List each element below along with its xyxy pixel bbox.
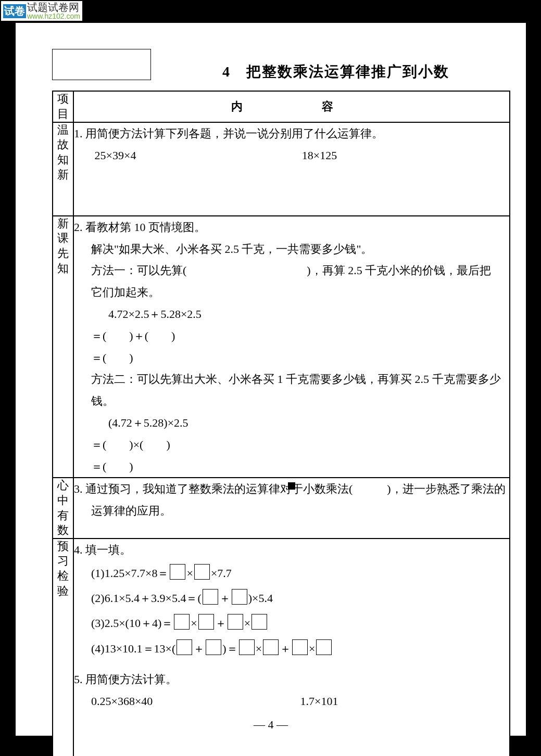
worksheet-table: 项目 内 容 温故知新 1. 用简便方法计算下列各题，并说一说分别用了什么运算律…: [52, 91, 510, 756]
cell-xkxz: 2. 看教材第 10 页情境图。 解决"如果大米、小米各买 2.5 千克，一共需…: [73, 216, 510, 478]
e3-b: ×: [191, 617, 197, 630]
blank-box[interactable]: [198, 614, 214, 630]
calc-p1: 0.25×368×40: [91, 690, 300, 712]
watermark-badge: 试卷 试题试卷网 www.hz102.com: [1, 1, 82, 21]
e4-f: ×: [309, 642, 315, 655]
blank-stamp-box: [52, 49, 151, 80]
redaction-mark-icon: [288, 482, 295, 490]
e1-c: ×7.7: [211, 567, 232, 580]
e3-a: (3)2.5×(10＋4)＝: [91, 617, 173, 630]
blank-box[interactable]: [177, 639, 192, 655]
blank-box[interactable]: [206, 639, 221, 655]
blank-box[interactable]: [239, 639, 255, 655]
blank-box[interactable]: [251, 614, 267, 630]
page-title: 4 把整数乘法运算律推广到小数: [167, 62, 505, 82]
header-col2: 内 容: [231, 100, 352, 113]
e4-c: )＝: [222, 642, 237, 655]
e3-c: ＋: [215, 617, 227, 630]
yxjy-l5: 5. 用简便方法计算。: [74, 669, 509, 690]
blank-box[interactable]: [292, 639, 308, 655]
calc-p4: 19.7×5.3＋4.7×19.7: [300, 749, 510, 756]
e1-a: (1)1.25×7.7×8＝: [91, 567, 169, 580]
xkxz-l2: 解决"如果大米、小米各买 2.5 千克，一共需要多少钱"。: [74, 238, 509, 260]
e1-b: ×: [186, 567, 193, 580]
xkxz-l4: 它们加起来。: [74, 281, 509, 303]
page-number: — 4 —: [16, 718, 526, 732]
xkxz-l8: 方法二：可以先算出大米、小米各买 1 千克需要多少钱，再算买 2.5 千克需要多…: [74, 368, 509, 412]
cell-xzys: 3. 通过预习，我知道了整数乘法的运算律对于小数乘法( )，进一步熟悉了乘法的 …: [73, 478, 510, 538]
blank-box[interactable]: [203, 589, 218, 605]
e3-d: ×: [244, 617, 250, 630]
xkxz-l11: ＝( ): [74, 456, 509, 478]
watermark-icon: 试卷: [3, 4, 26, 18]
blank-box[interactable]: [232, 589, 247, 605]
xkxz-l3a: 方法一：可以先算(: [91, 264, 186, 277]
blank-box[interactable]: [228, 614, 243, 630]
yxjy-l1: 4. 填一填。: [74, 539, 509, 561]
title-text: 把整数乘法运算律推广到小数: [246, 63, 449, 80]
e2-c: )×5.4: [248, 592, 273, 605]
e2-b: ＋: [219, 592, 231, 605]
page-background: 4 把整数乘法运算律推广到小数 项目 内 容 温故知新 1. 用简便方法计算下列…: [16, 23, 526, 736]
e4-b: ＋: [193, 642, 205, 655]
blank-box[interactable]: [174, 614, 190, 630]
xkxz-l7: ＝( ): [74, 347, 509, 369]
e4-a: (4)13×10.1＝13×(: [91, 642, 175, 655]
q1-expr-a: 25×39×4: [95, 145, 302, 166]
xkxz-l10: ＝( )×( ): [74, 434, 509, 456]
xkxz-l9: (4.72＋5.28)×2.5: [74, 412, 509, 434]
e2-a: (2)6.1×5.4＋3.9×5.4＝(: [91, 592, 202, 605]
xkxz-l1: 2. 看教材第 10 页情境图。: [74, 216, 509, 238]
xkxz-l6: ＝( )＋( ): [74, 325, 509, 347]
blank-box[interactable]: [263, 639, 279, 655]
e4-d: ×: [256, 642, 262, 655]
q1-lead: 1. 用简便方法计算下列各题，并说一说分别用了什么运算律。: [74, 123, 509, 145]
watermark-url: www.hz102.com: [27, 12, 80, 20]
e4-e: ＋: [280, 642, 291, 655]
xkxz-l5: 4.72×2.5＋5.28×2.5: [74, 303, 509, 325]
row-label-xkxz: 新课先知: [53, 216, 73, 478]
xzys-text-b: 运算律的应用。: [74, 500, 509, 522]
title-number: 4: [222, 63, 231, 80]
calc-p2: 1.7×101: [300, 690, 510, 712]
cell-wgzx: 1. 用简便方法计算下列各题，并说一说分别用了什么运算律。 25×39×4 18…: [73, 122, 510, 216]
blank-box[interactable]: [194, 564, 210, 580]
calc-p3: 7.8×9＋7.8: [91, 749, 300, 756]
blank-box[interactable]: [170, 564, 185, 580]
xkxz-l3b: )，再算 2.5 千克小米的价钱，最后把: [307, 264, 491, 277]
q1-expr-b: 18×125: [302, 145, 509, 166]
blank-box[interactable]: [316, 639, 332, 655]
row-label-wgzx: 温故知新: [53, 122, 73, 216]
row-label-xzys: 心中有数: [53, 478, 73, 538]
header-col1: 项目: [53, 91, 73, 122]
watermark-site-name: 试题试卷网: [27, 2, 80, 12]
